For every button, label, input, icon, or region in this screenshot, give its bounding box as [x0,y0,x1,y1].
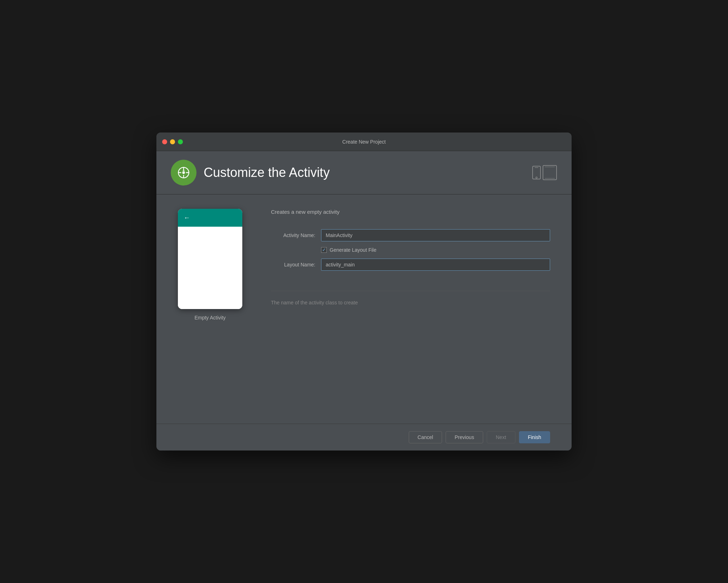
android-logo [171,160,196,186]
form-section: Creates a new empty activity Activity Na… [271,209,550,327]
preview-label: Empty Activity [194,315,225,321]
svg-point-10 [536,177,537,178]
device-preview-icon [532,165,557,180]
separator [271,291,550,291]
generate-layout-label: Generate Layout File [330,247,377,253]
activity-name-input[interactable] [321,229,550,241]
traffic-lights [162,139,183,144]
layout-name-group: Layout Name: [271,259,550,271]
generate-layout-row: Generate Layout File [321,247,550,253]
device-icons [532,165,557,180]
window-title: Create New Project [342,139,385,145]
back-arrow-icon: ← [184,214,190,222]
cancel-button[interactable]: Cancel [409,431,442,443]
svg-rect-11 [543,165,557,180]
phone-mockup-header: ← [178,209,242,227]
previous-button[interactable]: Previous [446,431,483,443]
page-title: Customize the Activity [204,165,330,180]
main-content: ← Empty Activity Creates a new empty act… [156,194,572,424]
content-layout: ← Empty Activity Creates a new empty act… [178,209,550,327]
svg-point-2 [182,171,185,174]
activity-name-label: Activity Name: [271,232,321,238]
generate-layout-checkbox[interactable] [321,247,327,253]
maximize-button[interactable] [178,139,183,144]
phone-mockup: ← [178,209,242,309]
phone-mockup-body [178,227,242,309]
android-studio-icon [176,165,191,180]
minimize-button[interactable] [170,139,175,144]
activity-name-group: Activity Name: [271,229,550,241]
header-section: Customize the Activity [156,151,572,194]
layout-name-label: Layout Name: [271,262,321,268]
hint-text: The name of the activity class to create [271,300,550,305]
header-left: Customize the Activity [171,160,330,186]
layout-name-input[interactable] [321,259,550,271]
finish-button[interactable]: Finish [519,431,550,443]
title-bar: Create New Project [156,132,572,151]
next-button: Next [487,431,515,443]
footer: Cancel Previous Next Finish [156,424,572,450]
close-button[interactable] [162,139,167,144]
main-window: Create New Project [156,132,572,450]
generate-layout-checkbox-wrapper[interactable]: Generate Layout File [321,247,377,253]
description-text: Creates a new empty activity [271,209,550,215]
preview-section: ← Empty Activity [178,209,242,321]
